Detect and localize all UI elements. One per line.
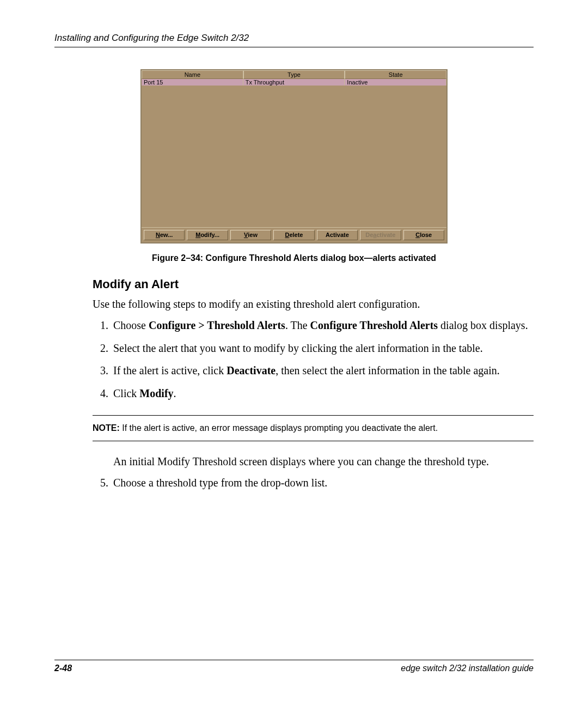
page-number: 2-48	[54, 664, 72, 673]
text-bold: Modify	[139, 387, 173, 399]
list-item: Choose a threshold type from the drop-do…	[111, 476, 534, 491]
btn-label: De	[365, 232, 373, 238]
figure-caption: Figure 2–34: Configure Threshold Alerts …	[54, 253, 534, 263]
list-item: If the alert is active, click Deactivate…	[111, 363, 534, 379]
text: , then select the alert information in t…	[275, 364, 500, 376]
list-item: Click Modify.	[111, 386, 534, 401]
delete-button[interactable]: Delete	[273, 230, 314, 240]
note-text: If the alert is active, an error message…	[120, 423, 438, 433]
btn-label: ew...	[160, 232, 173, 238]
cell-type: Tx Throughput	[243, 79, 345, 86]
post-note-paragraph: An initial Modify Threshold screen displ…	[113, 454, 534, 469]
view-button[interactable]: View	[230, 230, 271, 240]
section-heading: Modify an Alert	[93, 277, 534, 291]
deactivate-button: Deactivate	[360, 230, 401, 240]
new-button[interactable]: New...	[144, 230, 185, 240]
note-label: NOTE:	[93, 423, 120, 433]
modify-button[interactable]: Modify...	[187, 230, 228, 240]
list-item: Choose Configure > Threshold Alerts. The…	[111, 318, 534, 333]
dialog-empty-area	[142, 86, 446, 227]
text: Choose	[113, 319, 149, 331]
table-row[interactable]: Port 15 Tx Throughput Inactive	[142, 79, 446, 86]
cell-state: Inactive	[345, 79, 446, 86]
text: If the alert is active, click	[113, 364, 226, 376]
btn-label: iew	[248, 232, 258, 238]
column-header-type[interactable]: Type	[243, 70, 345, 79]
close-button[interactable]: Close	[403, 230, 444, 240]
header-rule	[54, 47, 534, 47]
cell-name: Port 15	[142, 79, 243, 86]
column-header-name[interactable]: Name	[142, 70, 243, 79]
intro-paragraph: Use the following steps to modify an exi…	[93, 297, 534, 312]
text-bold: Configure Threshold Alerts	[310, 319, 438, 331]
btn-label: elete	[289, 232, 303, 238]
page-footer: 2-48 edge switch 2/32 installation guide	[54, 660, 534, 673]
text-bold: Configure > Threshold Alerts	[149, 319, 285, 331]
btn-label: ctivate	[376, 232, 395, 238]
step-list: Choose Configure > Threshold Alerts. The…	[93, 318, 534, 401]
text: . The	[285, 319, 310, 331]
text: dialog box displays.	[438, 319, 528, 331]
footer-doc-title: edge switch 2/32 installation guide	[401, 664, 534, 673]
running-header: Installing and Configuring the Edge Swit…	[54, 33, 534, 44]
btn-label: odify...	[200, 232, 219, 238]
activate-button[interactable]: Activate	[317, 230, 358, 240]
text: Click	[113, 387, 139, 399]
text-bold: Deactivate	[226, 364, 275, 376]
threshold-alerts-dialog: Name Type State Port 15 Tx Throughput In…	[140, 69, 448, 244]
btn-label: lose	[420, 232, 432, 238]
list-item: Select the alert that you want to modify…	[111, 341, 534, 356]
note-block: NOTE: If the alert is active, an error m…	[93, 415, 534, 441]
step-list-continued: Choose a threshold type from the drop-do…	[93, 476, 534, 491]
text: .	[174, 387, 176, 399]
column-header-state[interactable]: State	[345, 70, 446, 79]
